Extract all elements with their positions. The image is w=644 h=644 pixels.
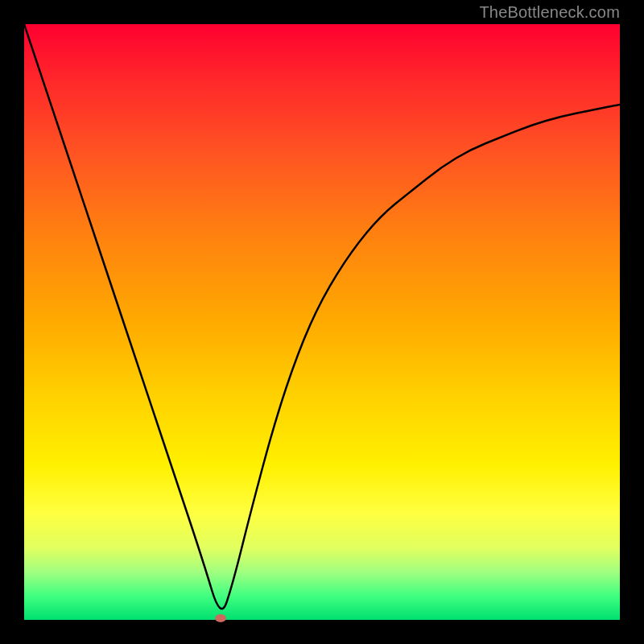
plot-area [24, 24, 620, 620]
watermark-label: TheBottleneck.com [479, 3, 620, 22]
curve-layer [24, 24, 620, 620]
bottleneck-curve [24, 24, 620, 609]
chart-container: TheBottleneck.com [0, 0, 644, 644]
minimum-marker [215, 614, 226, 622]
